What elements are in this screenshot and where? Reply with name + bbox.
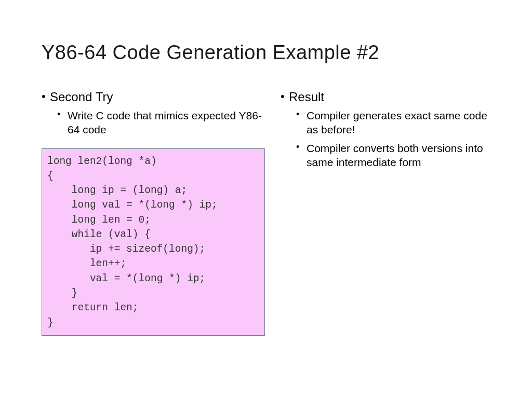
left-sub-bullet-1: Write C code that mimics expected Y86-64… [57, 108, 265, 137]
slide-container: Y86-64 Code Generation Example #2 Second… [0, 0, 532, 356]
left-heading: Second Try [42, 90, 265, 104]
right-sub-bullet-1: Compiler generates exact same code as be… [296, 108, 490, 137]
right-heading: Result [281, 90, 490, 104]
slide-title: Y86-64 Code Generation Example #2 [42, 42, 490, 64]
right-column: Result Compiler generates exact same cod… [281, 90, 490, 336]
left-column: Second Try Write C code that mimics expe… [42, 90, 265, 336]
right-sub-bullet-2: Compiler converts both versions into sam… [296, 141, 490, 170]
two-column-layout: Second Try Write C code that mimics expe… [42, 90, 490, 336]
code-block: long len2(long *a) { long ip = (long) a;… [42, 148, 265, 336]
code-text: long len2(long *a) { long ip = (long) a;… [47, 154, 259, 330]
